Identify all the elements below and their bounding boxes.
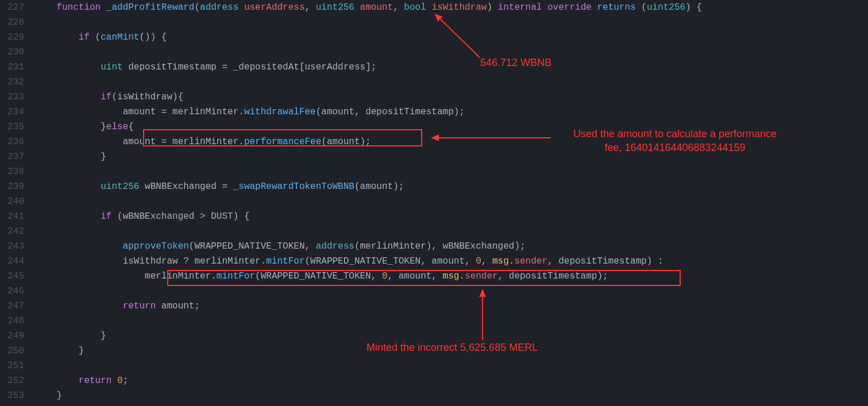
- token-merlinMinter: merlinMinter: [172, 137, 238, 147]
- code-line: }else{: [34, 119, 868, 134]
- token-zero: 0: [476, 256, 481, 266]
- token-withdrawalFee: withdrawalFee: [244, 107, 316, 117]
- token-WRAPPED_NATIVE_TOKEN: WRAPPED_NATIVE_TOKEN: [194, 241, 304, 252]
- code-line: if(isWithdraw){: [34, 90, 868, 105]
- token-mintFor: mintFor: [266, 256, 304, 266]
- token-return: return: [79, 376, 112, 386]
- token-sender: sender: [514, 256, 547, 266]
- token-amount: amount: [123, 137, 156, 147]
- token-return: return: [123, 301, 156, 311]
- line-number: 248: [0, 314, 24, 328]
- line-number: 229: [0, 30, 24, 45]
- line-number: 232: [0, 75, 24, 90]
- code-line: [34, 45, 868, 60]
- line-number: 228: [0, 15, 24, 30]
- token-uint: uint: [101, 62, 122, 72]
- line-number: 247: [0, 299, 24, 314]
- code-line: [34, 358, 868, 373]
- line-number: 230: [0, 45, 24, 60]
- token-depositTimestamp: depositTimestamp: [365, 107, 454, 117]
- token-swapRewardTokenToWBNB: _swapRewardTokenToWBNB: [233, 181, 354, 192]
- token-WRAPPED_NATIVE_TOKEN: WRAPPED_NATIVE_TOKEN: [261, 271, 371, 281]
- code-line: uint depositTimestamp = _depositedAt[use…: [34, 60, 868, 75]
- token-userAddress: userAddress: [244, 2, 305, 13]
- token-amount: amount: [123, 107, 156, 117]
- code-line: amount = merlinMinter.withdrawalFee(amou…: [34, 105, 868, 119]
- token-mintFor: mintFor: [217, 271, 255, 281]
- token-WRAPPED_NATIVE_TOKEN: WRAPPED_NATIVE_TOKEN: [310, 256, 421, 266]
- token-amount: amount: [161, 301, 195, 311]
- code-line: [34, 194, 868, 209]
- token-msg: msg: [492, 256, 509, 266]
- token-merlinMinter: merlinMinter: [145, 271, 211, 281]
- line-number: 235: [0, 119, 24, 134]
- token-amount: amount: [360, 181, 394, 192]
- line-number: 240: [0, 194, 24, 209]
- code-line: approveToken(WRAPPED_NATIVE_TOKEN, addre…: [34, 239, 868, 254]
- line-number: 250: [0, 343, 24, 358]
- code-line: if (wBNBExchanged > DUST) {: [34, 209, 868, 224]
- line-number: 244: [0, 254, 24, 269]
- line-number: 242: [0, 224, 24, 239]
- token-isWithdraw: isWithdraw: [431, 2, 487, 13]
- token-sender: sender: [465, 271, 498, 281]
- token-amount: amount: [399, 271, 432, 281]
- code-line: amount = merlinMinter.performanceFee(amo…: [34, 134, 868, 149]
- token-userAddress: userAddress: [305, 62, 366, 72]
- token-amount: amount: [321, 107, 354, 117]
- line-number: 249: [0, 328, 24, 343]
- line-number: 236: [0, 134, 24, 149]
- code-line: return amount;: [34, 299, 868, 314]
- token-internal: internal: [498, 2, 542, 13]
- code-line: merlinMinter.mintFor(WRAPPED_NATIVE_TOKE…: [34, 269, 868, 284]
- token-wBNBExchanged: wBNBExchanged: [443, 241, 515, 252]
- code-line: if (canMint()) {: [34, 30, 868, 45]
- token-uint256: uint256: [316, 2, 354, 13]
- token-depositTimestamp: depositTimestamp: [128, 62, 217, 72]
- code-line: uint256 wBNBExchanged = _swapRewardToken…: [34, 179, 868, 194]
- token-address: address: [200, 2, 238, 13]
- token-merlinMinter: merlinMinter: [360, 241, 426, 252]
- token-zero: 0: [382, 271, 388, 281]
- token-zero: 0: [117, 376, 123, 386]
- code-line: [34, 75, 868, 90]
- token-approveToken: approveToken: [123, 241, 189, 252]
- code-line: return 0;: [34, 373, 868, 388]
- token-function: function: [56, 2, 101, 13]
- line-number-gutter: 2272282292302312322332342352362372382392…: [0, 0, 34, 406]
- line-number: 233: [0, 90, 24, 105]
- token-address: address: [316, 241, 354, 252]
- token-amount: amount: [431, 256, 465, 266]
- token-depositTimestamp: depositTimestamp: [558, 256, 647, 266]
- code-editor[interactable]: 2272282292302312322332342352362372382392…: [0, 0, 868, 406]
- line-number: 238: [0, 164, 24, 179]
- token-uint256: uint256: [101, 181, 139, 192]
- line-number: 227: [0, 0, 24, 15]
- token-override: override: [547, 2, 592, 13]
- line-number: 239: [0, 179, 24, 194]
- code-line: [34, 164, 868, 179]
- token-msg: msg: [443, 271, 460, 281]
- token-isWithdraw: isWithdraw: [123, 256, 178, 266]
- line-number: 231: [0, 60, 24, 75]
- token-else: else: [106, 122, 128, 132]
- token-if: if: [79, 32, 90, 42]
- token-canMint: canMint: [101, 32, 139, 42]
- code-line: [34, 224, 868, 239]
- code-area[interactable]: function _addProfitReward(address userAd…: [34, 0, 868, 406]
- code-line: }: [34, 388, 868, 403]
- line-number: 253: [0, 388, 24, 403]
- token-returns: returns: [597, 2, 635, 13]
- line-number: 251: [0, 358, 24, 373]
- code-line: }: [34, 328, 868, 343]
- token-merlinMinter: merlinMinter: [172, 107, 238, 117]
- token-amount: amount: [360, 2, 394, 13]
- token-merlinMinter: merlinMinter: [194, 256, 260, 266]
- token-DUST: DUST: [211, 211, 233, 222]
- code-line: [34, 314, 868, 328]
- token-if: if: [101, 211, 111, 222]
- token-depositedAt: _depositedAt: [233, 62, 299, 72]
- line-number: 246: [0, 284, 24, 299]
- token-wBNBExchanged: wBNBExchanged: [145, 181, 217, 192]
- code-line: [34, 15, 868, 30]
